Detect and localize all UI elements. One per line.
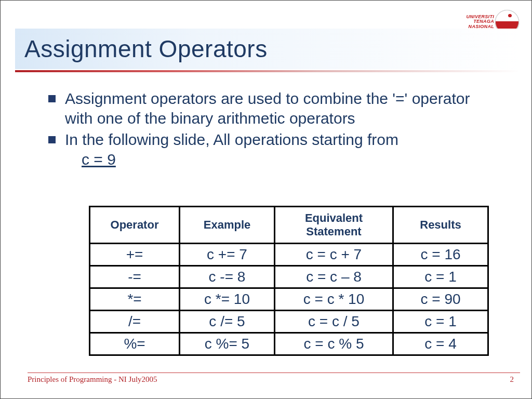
footer-text: Principles of Programming - NI July2005: [28, 375, 157, 384]
content: Assignment operators are used to combine…: [48, 89, 500, 171]
table-row: *= c *= 10 c = c * 10 c = 90: [90, 288, 488, 311]
page-number: 2: [510, 375, 514, 384]
th-example: Example: [180, 207, 275, 244]
table-row: += c += 7 c = c + 7 c = 16: [90, 244, 488, 266]
table-header-row: Operator Example Equivalent Statement Re…: [90, 207, 488, 244]
operator-table: Operator Example Equivalent Statement Re…: [89, 206, 489, 356]
title-bar: Assignment Operators: [15, 29, 520, 69]
bullet-text: In the following slide, All operations s…: [65, 130, 398, 169]
table-body: += c += 7 c = c + 7 c = 16 -= c -= 8 c =…: [90, 244, 488, 355]
table-row: /= c /= 5 c = c / 5 c = 1: [90, 311, 488, 333]
slide-title: Assignment Operators: [24, 35, 268, 63]
title-rule: [15, 70, 520, 72]
bullet-icon: [48, 95, 56, 102]
footer: Principles of Programming - NI July2005 …: [28, 373, 520, 384]
table-row: -= c -= 8 c = c – 8 c = 1: [90, 266, 488, 288]
slide: UNIVERSITI TENAGA NASIONAL Assignment Op…: [0, 0, 532, 399]
th-results: Results: [393, 207, 488, 244]
table-row: %= c %= 5 c = c % 5 c = 4: [90, 333, 488, 355]
th-equiv: Equivalent Statement: [275, 207, 393, 244]
bullet-icon: [48, 136, 56, 143]
bullet-1: Assignment operators are used to combine…: [48, 89, 500, 128]
bullet-text: Assignment operators are used to combine…: [65, 89, 500, 128]
brand-text: UNIVERSITI TENAGA NASIONAL: [466, 15, 494, 29]
initial-value: c = 9: [82, 151, 116, 168]
bullet-2: In the following slide, All operations s…: [48, 130, 500, 169]
th-operator: Operator: [90, 207, 180, 244]
